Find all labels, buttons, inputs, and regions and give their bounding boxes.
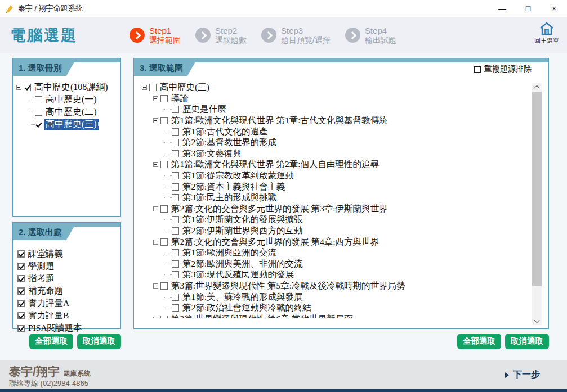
tree-row[interactable]: 指考題	[17, 272, 118, 285]
checkbox[interactable]	[172, 106, 179, 113]
scrollbar-up-icon[interactable]	[532, 83, 542, 92]
tree-row[interactable]: 第2篇:文化的交會與多元世界的發展 第3章:伊斯蘭與世界	[142, 204, 546, 215]
collapse-icon[interactable]	[142, 85, 147, 90]
checkbox[interactable]	[35, 96, 42, 103]
tree-row[interactable]: 第2篇:文化的交會與多元世界的發展 第4章:西方與世界	[142, 236, 546, 247]
tree-label[interactable]: 第2節:資本主義與社會主義	[181, 181, 287, 193]
tree-row[interactable]: 第2節:政治社會運動與冷戰的終結	[142, 303, 546, 314]
tree-label[interactable]: 高中歷史(二)	[44, 106, 99, 118]
tree-label[interactable]: 補充命題	[26, 285, 65, 297]
checkbox[interactable]	[172, 260, 179, 268]
collapse-icon[interactable]	[153, 206, 158, 211]
checkbox[interactable]	[35, 109, 42, 116]
checkbox[interactable]	[172, 249, 179, 256]
checkbox[interactable]	[160, 205, 168, 213]
scrollbar-thumb[interactable]	[532, 92, 542, 286]
collapse-icon[interactable]	[153, 283, 158, 289]
collapse-icon[interactable]	[153, 96, 158, 101]
tree-row[interactable]: 第1節:古代文化的遺產	[142, 126, 546, 137]
tree-label[interactable]: 第1節:從宗教改革到啟蒙運動	[181, 170, 296, 182]
checkbox[interactable]	[17, 325, 25, 332]
tree-label[interactable]: 第1節:伊斯蘭文化的發展與擴張	[181, 214, 305, 226]
tree-row[interactable]: 高中歷史(108課綱)	[16, 81, 118, 93]
tree-label[interactable]: 高中歷史(三)	[44, 119, 99, 130]
checkbox[interactable]	[172, 139, 179, 146]
tree-label[interactable]: 歷史是什麼	[181, 103, 228, 115]
tree-row[interactable]: 第1節:伊斯蘭文化的發展與擴張	[142, 214, 546, 226]
checkbox[interactable]	[17, 263, 25, 270]
tree-label[interactable]: 第3節:文藝復興	[181, 148, 243, 160]
tree-row[interactable]: 學測題	[17, 260, 118, 272]
tree-row[interactable]: 第3篇:世界變遷與現代性 第5章:冷戰及後冷戰時期的世界局勢	[142, 281, 546, 292]
tree-row[interactable]: 第3節:民主的形成與挑戰	[142, 192, 546, 204]
tree-label[interactable]: 指考題	[26, 273, 56, 285]
collapse-icon[interactable]	[153, 162, 158, 167]
tree-row[interactable]: 第2節:基督教世界的形成	[142, 137, 546, 148]
tree-label[interactable]: 第2篇:文化的交會與多元世界的發展 第3章:伊斯蘭與世界	[169, 203, 390, 215]
tree-row[interactable]: PISA閱讀題本	[17, 322, 118, 334]
deselect-left-button[interactable]: 取消選取	[77, 334, 121, 349]
checkbox[interactable]	[17, 312, 25, 319]
tree-row[interactable]: 第1節:從宗教改革到啟蒙運動	[142, 170, 546, 182]
tree-row[interactable]: 補充命題	[17, 285, 118, 297]
tree-label[interactable]: 第2節:伊斯蘭世界與西方的互動	[181, 225, 305, 237]
tree-label[interactable]: 第1節:古代文化的遺產	[181, 126, 270, 138]
tree-label[interactable]: 第3篇:世界變遷與現代性 第6章:當代世界新局面	[169, 313, 355, 318]
tree-row[interactable]: 第2節:伊斯蘭世界與西方的互動	[142, 226, 546, 237]
tree-row[interactable]: 高中歷史(二)	[16, 106, 118, 118]
tree-label[interactable]: 學測題	[26, 260, 56, 272]
tree-label[interactable]: 第1節:歐洲與亞洲的交流	[181, 247, 278, 259]
tree-label[interactable]: 第2篇:文化的交會與多元世界的發展 第4章:西方與世界	[169, 236, 381, 248]
tree-row[interactable]: 實力評量B	[17, 309, 118, 322]
tree-row[interactable]: 第3節:現代反殖民運動的發展	[142, 269, 546, 281]
tree-label[interactable]: 課堂講義	[26, 248, 65, 260]
tree-row[interactable]: 實力評量A	[17, 297, 118, 309]
tree-label[interactable]: 第3節:民主的形成與挑戰	[181, 192, 278, 204]
tree-label[interactable]: 導論	[169, 93, 190, 105]
tree-label[interactable]: 高中歷史(一)	[44, 94, 99, 106]
tree-label[interactable]: 實力評量B	[26, 310, 70, 322]
scrollbar-down-icon[interactable]	[532, 317, 542, 325]
close-button[interactable]: ×	[541, 0, 567, 17]
checkbox[interactable]	[149, 84, 157, 91]
select-all-right-button[interactable]: 全部選取	[457, 334, 501, 349]
tree-label[interactable]: 高中歷史(108課綱)	[33, 82, 110, 93]
checkbox[interactable]	[17, 300, 25, 307]
tree-row[interactable]: 第1節:歐洲與亞洲的交流	[142, 247, 546, 259]
maximize-button[interactable]: □	[515, 0, 541, 17]
checkbox[interactable]	[172, 172, 179, 179]
checkbox[interactable]	[172, 271, 179, 278]
checkbox[interactable]	[160, 282, 168, 290]
tree-row[interactable]: 高中歷史(三)	[142, 82, 546, 93]
dedupe-checkbox[interactable]	[474, 66, 481, 73]
tree-label[interactable]: 第3篇:世界變遷與現代性 第5章:冷戰及後冷戰時期的世界局勢	[169, 280, 407, 292]
tree-label[interactable]: 第2節:基督教世界的形成	[181, 137, 278, 148]
collapse-icon[interactable]	[153, 118, 158, 123]
tree-row[interactable]: 課堂講義	[17, 247, 118, 260]
checkbox[interactable]	[172, 304, 179, 312]
tree-label[interactable]: 第3節:現代反殖民運動的發展	[181, 269, 296, 281]
tree-row[interactable]: 高中歷史(一)	[16, 93, 118, 106]
checkbox[interactable]	[24, 84, 31, 91]
tree-label[interactable]: 高中歷史(三)	[158, 82, 211, 93]
checkbox[interactable]	[17, 275, 25, 282]
checkbox[interactable]	[172, 216, 179, 223]
tree-label[interactable]: 第1節:美、蘇冷戰的形成與發展	[181, 291, 305, 303]
tree-label[interactable]: PISA閱讀題本	[26, 322, 84, 334]
checkbox[interactable]	[160, 161, 168, 168]
tree-row[interactable]: 歷史是什麼	[142, 104, 546, 115]
tree-row[interactable]: 第3篇:世界變遷與現代性 第6章:當代世界新局面	[142, 313, 546, 318]
checkbox[interactable]	[172, 294, 179, 301]
checkbox[interactable]	[160, 238, 168, 246]
dedupe-option[interactable]: 重複題源排除	[474, 64, 532, 74]
checkbox[interactable]	[172, 227, 179, 235]
tree-label[interactable]: 第1篇:歐洲文化與現代世界 第1章:古代文化與基督教傳統	[169, 115, 390, 127]
checkbox[interactable]	[35, 121, 42, 128]
checkbox[interactable]	[160, 95, 168, 102]
tree-row[interactable]: 第3節:文藝復興	[142, 148, 546, 160]
collapse-icon[interactable]	[16, 85, 21, 90]
tree-row[interactable]: 第2節:歐洲與美洲、非洲的交流	[142, 259, 546, 270]
checkbox[interactable]	[160, 117, 168, 124]
minimize-button[interactable]: —	[489, 0, 515, 17]
checkbox[interactable]	[172, 183, 179, 191]
